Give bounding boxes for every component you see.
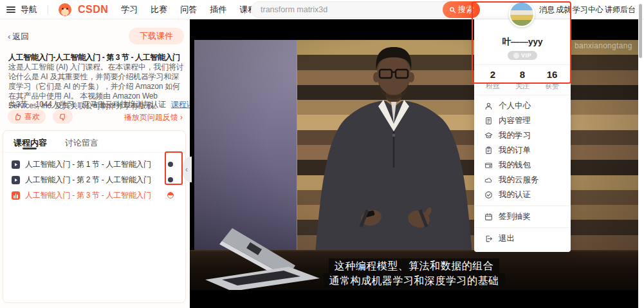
search-button[interactable]: 搜索 — [443, 1, 480, 18]
tab[interactable]: 讨论留言 — [65, 137, 98, 152]
nav-item[interactable]: 学习 — [121, 4, 138, 15]
nav-item[interactable]: 插件 — [210, 4, 226, 15]
nav-item[interactable]: 比赛 — [151, 4, 167, 15]
menu-item[interactable]: 我的学习 — [474, 128, 571, 143]
scrollbar-thumb[interactable] — [639, 4, 642, 58]
order-icon — [484, 146, 493, 155]
navbar-right: 消息成就学习中心讲师后台 — [539, 0, 636, 19]
page-right-gutter — [638, 19, 644, 308]
back-link[interactable]: ‹返回 — [8, 31, 29, 43]
learn-icon — [484, 131, 493, 140]
nav-right-item[interactable]: 学习中心 — [573, 5, 603, 15]
vip-badge[interactable]: VIP — [508, 51, 537, 60]
nav-right-item[interactable]: 讲师后台 — [605, 5, 636, 15]
playing-bars-icon — [12, 191, 20, 200]
stat-value: 2 — [478, 69, 508, 80]
logout-icon — [484, 235, 493, 243]
user-avatar[interactable] — [509, 1, 535, 27]
stat-label: 粉丝 — [478, 81, 508, 91]
nav-divider — [48, 5, 48, 14]
menu-item[interactable]: 退出 — [474, 231, 571, 246]
feedback-arrow-icon: › — [180, 113, 183, 122]
progress-dot-icon — [168, 177, 173, 182]
menu-item[interactable]: 我的钱包 — [474, 158, 571, 173]
meta-learners: 1044人学习 — [35, 100, 75, 109]
download-courseware-button[interactable]: 下载课件 — [129, 28, 184, 44]
menu-group: 个人中心内容管理我的学习我的订单我的钱包我的云服务我的认证 — [474, 95, 571, 206]
menu-item-label: 我的云服务 — [499, 175, 539, 186]
menu-item-label: 签到抽奖 — [499, 211, 531, 222]
lesson-list: 人工智能入门 - 第 1 节 - 人工智能入门人工智能入门 - 第 2 节 - … — [3, 153, 185, 203]
lesson-row[interactable]: 人工智能入门 - 第 3 节 - 人工智能入门 — [3, 188, 185, 203]
menu-item-label: 我的钱包 — [499, 160, 531, 171]
video-player[interactable]: banxianongtang 这种编程模型、算法和数据的组合通常构成机器学习和深… — [190, 19, 638, 308]
nav-right-item[interactable]: 消息 — [539, 5, 555, 15]
menu-item-label: 我的认证 — [499, 189, 531, 200]
menu-item[interactable]: 我的订单 — [474, 143, 571, 158]
menu-item-label: 我的学习 — [499, 130, 531, 141]
stat-label: 关注 — [508, 81, 537, 91]
course-panel: ‹返回 下载课件 人工智能入门-人工智能入门 - 第 3 节 - 人工智能入门 … — [0, 19, 190, 308]
tab[interactable]: 课程内容 — [14, 137, 47, 152]
user-stat-获赞[interactable]: 16获赞 — [537, 69, 567, 91]
play-icon — [12, 176, 20, 184]
subtitles: 这种编程模型、算法和数据的组合通常构成机器学习和深度学习的基础 — [190, 258, 638, 288]
user-stat-粉丝[interactable]: 2粉丝 — [478, 69, 508, 91]
lesson-title: 人工智能入门 - 第 1 节 - 人工智能入门 — [25, 159, 163, 170]
csdn-logo[interactable]: CSDN — [78, 4, 108, 15]
playback-feedback-link[interactable]: 播放页问题反馈 › — [124, 112, 183, 123]
panel-collapse-handle[interactable]: ‹ — [183, 157, 192, 182]
cert-icon — [484, 191, 493, 199]
stat-value: 16 — [537, 69, 567, 80]
course-content-card: 课程内容讨论留言 人工智能入门 - 第 1 节 - 人工智能入门人工智能入门 -… — [3, 130, 186, 303]
vip-icon — [513, 53, 519, 59]
top-navbar: 导航 CSDN 学习比赛问答插件课程学习会员有奖竞赛 搜索 消息成就学习中心讲师… — [0, 0, 644, 19]
progress-half-icon — [167, 192, 174, 198]
meta-provider: 亚马逊云科技培训与认证 — [82, 100, 166, 109]
lesson-row[interactable]: 人工智能入门 - 第 2 节 - 人工智能入门 — [3, 172, 185, 188]
search-icon — [449, 6, 456, 14]
search-button-label: 搜索 — [458, 5, 474, 15]
wallet-icon — [484, 161, 493, 169]
lesson-title: 人工智能入门 - 第 2 节 - 人工智能入门 — [25, 175, 163, 186]
content-icon — [484, 117, 493, 125]
username[interactable]: 叶——yyy — [474, 36, 571, 48]
course-meta: 共3节·1044人学习·亚马逊云科技培训与认证课程详情 — [8, 99, 186, 110]
subtitle-line: 这种编程模型、算法和数据的组合 — [329, 258, 500, 273]
play-icon — [12, 160, 20, 169]
signin-icon — [484, 213, 493, 221]
video-frame: banxianongtang 这种编程模型、算法和数据的组合通常构成机器学习和深… — [190, 40, 638, 290]
thumb-up-icon — [14, 113, 22, 121]
user-stat-关注[interactable]: 8关注 — [508, 69, 537, 91]
menu-item-label: 内容管理 — [499, 115, 531, 126]
nav-item[interactable]: 问答 — [180, 4, 197, 15]
menu-item[interactable]: 我的云服务 — [474, 173, 571, 188]
user-icon — [484, 102, 493, 110]
hamburger-icon[interactable] — [6, 6, 15, 13]
menu-item[interactable]: 个人中心 — [474, 99, 571, 113]
menu-item[interactable]: 签到抽奖 — [474, 209, 571, 224]
stat-label: 获赞 — [537, 81, 567, 91]
page: 导航 CSDN 学习比赛问答插件课程学习会员有奖竞赛 搜索 消息成就学习中心讲师… — [0, 0, 644, 308]
like-button[interactable]: 喜欢 — [8, 110, 46, 124]
lesson-title: 人工智能入门 - 第 3 节 - 人工智能入门 — [25, 190, 162, 201]
course-title: 人工智能入门-人工智能入门 - 第 3 节 - 人工智能入门 — [8, 52, 186, 63]
nav-menu-label[interactable]: 导航 — [21, 4, 37, 15]
dislike-button[interactable] — [53, 110, 73, 124]
nav-right-item[interactable]: 成就 — [556, 5, 571, 15]
user-dropdown-menu: 叶——yyy VIP 2粉丝8关注16获赞 个人中心内容管理我的学习我的订单我的… — [474, 19, 571, 252]
menu-group: 退出 — [474, 227, 571, 249]
back-label: 返回 — [12, 32, 29, 41]
menu-item[interactable]: 我的认证 — [474, 188, 571, 202]
csdn-mascot-icon[interactable] — [59, 3, 71, 16]
menu-item[interactable]: 内容管理 — [474, 113, 571, 128]
video-watermark: banxianongtang — [575, 41, 632, 50]
collapse-chevron-icon: ‹ — [185, 165, 188, 174]
user-stats: 2粉丝8关注16获赞 — [474, 64, 571, 95]
lesson-row[interactable]: 人工智能入门 - 第 1 节 - 人工智能入门 — [3, 157, 185, 172]
menu-item-label: 个人中心 — [499, 101, 531, 111]
back-chevron-icon: ‹ — [8, 32, 10, 41]
meta-sections: 共3节 — [8, 100, 28, 109]
reaction-row: 喜欢 播放页问题反馈 › — [8, 110, 185, 125]
menu-item-label: 退出 — [499, 233, 515, 244]
